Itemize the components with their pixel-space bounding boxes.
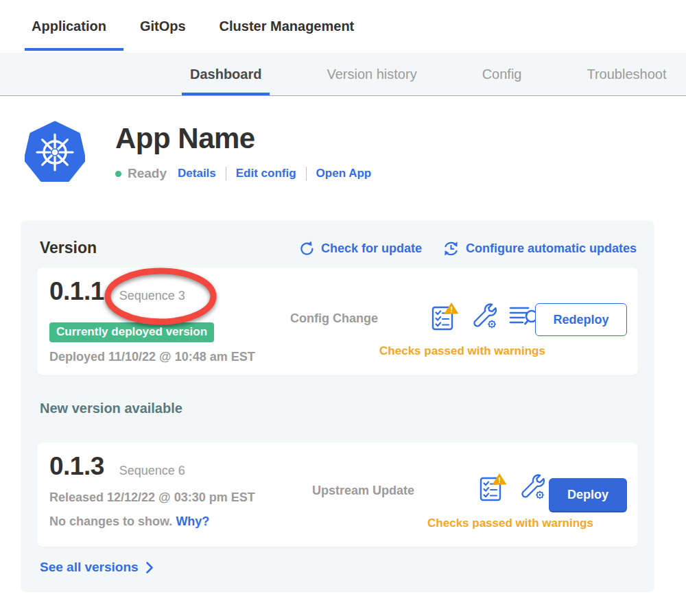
auto-update-clock-icon	[442, 240, 460, 257]
tab-troubleshoot[interactable]: Troubleshoot	[587, 53, 666, 95]
deployed-source-label: Config Change	[290, 311, 378, 326]
tab-dashboard[interactable]: Dashboard	[190, 53, 261, 95]
wrench-gear-icon[interactable]	[471, 302, 498, 331]
preflight-checklist-warning-icon[interactable]: !	[431, 302, 460, 331]
deployed-icon-row: !	[431, 302, 539, 331]
svg-text:!: !	[498, 476, 501, 484]
page-title: App Name	[115, 122, 371, 155]
available-sequence-label: Sequence 6	[119, 464, 185, 478]
deployed-version-row: 0.1.1 Sequence 3 Currently deployed vers…	[37, 268, 638, 375]
why-link[interactable]: Why?	[176, 514, 209, 528]
chevron-right-icon	[145, 561, 154, 574]
no-changes-line: No changes to show. Why?	[49, 514, 209, 529]
deploy-button[interactable]: Deploy	[549, 478, 627, 511]
deployed-checks-status[interactable]: Checks passed with warnings	[325, 344, 600, 358]
deployed-version-number: 0.1.1	[49, 277, 104, 306]
tab-version-history[interactable]: Version history	[327, 53, 416, 95]
svg-text:!: !	[450, 305, 453, 313]
configure-automatic-updates-button[interactable]: Configure automatic updates	[442, 240, 637, 257]
open-app-link[interactable]: Open App	[316, 167, 372, 180]
app-header: App Name Ready Details Edit config Open …	[25, 121, 371, 184]
wrench-gear-icon[interactable]	[519, 473, 546, 501]
check-for-update-button[interactable]: Check for update	[299, 241, 422, 257]
available-version-number: 0.1.3	[49, 452, 104, 481]
available-checks-status[interactable]: Checks passed with warnings	[380, 517, 641, 530]
deployed-sequence-label: Sequence 3	[119, 289, 185, 303]
kubernetes-logo-icon	[25, 121, 85, 184]
redeploy-button[interactable]: Redeploy	[535, 303, 627, 336]
divider	[226, 167, 226, 180]
app-status-row: Ready Details Edit config Open App	[115, 166, 371, 181]
status-badge: Ready	[128, 166, 167, 181]
top-nav-gitops[interactable]: GitOps	[140, 0, 186, 53]
refresh-icon	[299, 241, 315, 257]
sub-nav: Dashboard Version history Config Trouble…	[0, 53, 686, 96]
top-nav-application[interactable]: Application	[32, 0, 106, 53]
available-icon-row: !	[479, 473, 546, 501]
tab-config[interactable]: Config	[482, 53, 522, 95]
version-card-actions: Check for update Configure automatic upd…	[299, 240, 637, 257]
edit-config-link[interactable]: Edit config	[236, 167, 296, 180]
new-version-heading: New version available	[40, 401, 182, 416]
version-card-title: Version	[40, 239, 97, 257]
currently-deployed-badge: Currently deployed version	[49, 322, 214, 342]
divider	[306, 167, 307, 180]
available-version-line: 0.1.3 Sequence 6	[49, 452, 185, 481]
see-all-versions-link[interactable]: See all versions	[40, 560, 154, 575]
deployed-version-line: 0.1.1 Sequence 3	[49, 277, 185, 306]
deployed-timestamp: Deployed 11/10/22 @ 10:48 am EST	[49, 350, 255, 364]
released-timestamp: Released 12/12/22 @ 03:30 pm EST	[49, 490, 255, 505]
available-version-row: 0.1.3 Sequence 6 Released 12/12/22 @ 03:…	[37, 442, 638, 547]
preflight-checklist-warning-icon[interactable]: !	[479, 473, 508, 501]
top-nav-cluster-management[interactable]: Cluster Management	[220, 0, 355, 53]
top-nav: Application GitOps Cluster Management	[0, 0, 686, 53]
status-dot-icon	[115, 171, 121, 177]
available-source-label: Upstream Update	[312, 484, 414, 498]
details-link[interactable]: Details	[178, 167, 216, 180]
version-card: Version Check for update Configure autom…	[21, 221, 654, 592]
